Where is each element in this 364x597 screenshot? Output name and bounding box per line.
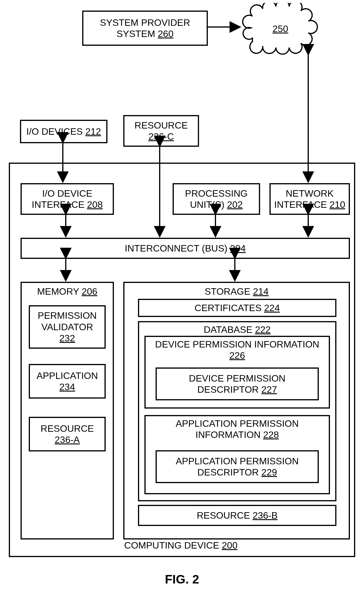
memory-label: MEMORY <box>37 286 79 297</box>
io-devices-label: I/O DEVICES <box>26 126 83 137</box>
resource-c-label: RESOURCE <box>134 120 188 131</box>
app-perm-desc-box: APPLICATION PERMISSION DESCRIPTOR 229 <box>156 450 319 483</box>
cloud-250: 250 <box>241 3 320 56</box>
interconnect-box: INTERCONNECT (BUS) 204 <box>21 238 350 259</box>
dev-perm-desc-box: DEVICE PERMISSION DESCRIPTOR 227 <box>156 367 319 400</box>
resource-b-box: RESOURCE 236-B <box>138 505 336 526</box>
perm-validator-ref: 232 <box>38 333 97 344</box>
dev-perm-info-ref: 226 <box>155 350 319 361</box>
perm-validator-box: PERMISSION VALIDATOR 232 <box>29 305 106 349</box>
io-devices-ref: 212 <box>85 126 101 137</box>
app-perm-info-ref: 228 <box>263 429 279 440</box>
app-perm-info-l1: APPLICATION PERMISSION <box>176 418 299 429</box>
perm-validator-l2: VALIDATOR <box>38 321 97 333</box>
memory-ref: 206 <box>82 286 97 297</box>
proc-unit-box: PROCESSING UNIT(S) 202 <box>173 183 260 215</box>
application-ref: 234 <box>36 381 98 392</box>
interconnect-label: INTERCONNECT (BUS) <box>125 243 227 254</box>
computing-device-caption: COMPUTING DEVICE 200 <box>9 540 353 551</box>
interconnect-ref: 204 <box>230 243 246 254</box>
io-dev-if-box: I/O DEVICE INTERFACE 208 <box>21 183 114 215</box>
net-if-l1: NETWORK <box>274 188 345 199</box>
certificates-ref: 224 <box>264 303 280 313</box>
io-dev-if-ref: 208 <box>87 199 103 210</box>
net-if-ref: 210 <box>330 199 345 210</box>
app-perm-desc-ref: 229 <box>261 467 277 478</box>
resource-a-label: RESOURCE <box>41 423 94 434</box>
resource-c-box: RESOURCE 236-C <box>123 115 199 147</box>
dev-perm-desc-ref: 227 <box>261 384 277 395</box>
figure-label: FIG. 2 <box>0 572 364 586</box>
dev-perm-info-label: DEVICE PERMISSION INFORMATION <box>155 339 319 350</box>
system-provider-box-overlay: SYSTEM PROVIDER SYSTEM 260 <box>82 11 208 46</box>
app-perm-desc-l2: DESCRIPTOR <box>197 467 259 478</box>
application-box: APPLICATION 234 <box>29 364 106 399</box>
storage-ref: 214 <box>253 286 269 297</box>
dev-perm-desc-l2: DESCRIPTOR <box>197 384 259 395</box>
net-if-l2: INTERFACE <box>274 199 327 210</box>
io-dev-if-l2: INTERFACE <box>32 199 85 210</box>
net-if-box: NETWORK INTERFACE 210 <box>269 183 350 215</box>
resource-c-ref: 236-C <box>134 131 188 142</box>
storage-label: STORAGE <box>205 286 250 297</box>
proc-unit-l1: PROCESSING <box>185 188 247 199</box>
computing-device-ref: 200 <box>222 540 237 551</box>
resource-b-ref: 236-B <box>252 510 277 521</box>
resource-a-ref: 236-A <box>41 434 94 445</box>
app-perm-info-l2: INFORMATION <box>196 429 261 440</box>
resource-a-box: RESOURCE 236-A <box>29 417 106 451</box>
database-label: DATABASE <box>204 324 252 335</box>
certificates-label: CERTIFICATES <box>195 303 262 313</box>
proc-unit-l2: UNIT(S) <box>190 199 224 210</box>
database-ref: 222 <box>255 324 271 335</box>
proc-unit-ref: 202 <box>227 199 242 210</box>
system-provider-ref2: 260 <box>158 28 173 39</box>
io-devices-box: I/O DEVICES 212 <box>20 120 107 143</box>
dev-perm-desc-l1: DEVICE PERMISSION <box>189 373 286 384</box>
application-label: APPLICATION <box>36 370 98 381</box>
diagram-page: SYSTEM PROVIDER SYSTEM SYSTEM 260 /* hid… <box>0 0 364 597</box>
perm-validator-l1: PERMISSION <box>38 310 97 321</box>
app-perm-desc-l1: APPLICATION PERMISSION <box>176 456 299 467</box>
resource-b-label: RESOURCE <box>197 510 250 521</box>
io-dev-if-l1: I/O DEVICE <box>32 188 103 199</box>
certificates-box: CERTIFICATES 224 <box>138 299 336 317</box>
cloud-ref: 250 <box>272 23 288 34</box>
computing-device-label: COMPUTING DEVICE <box>124 540 219 551</box>
